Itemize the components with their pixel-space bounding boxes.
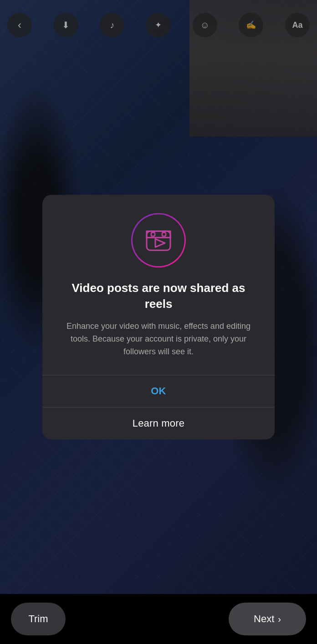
reels-icon-container (131, 213, 186, 267)
reels-info-modal: Video posts are now shared as reels Enha… (42, 195, 275, 439)
reels-icon (142, 224, 175, 257)
trim-button[interactable]: Trim (11, 603, 66, 635)
learn-more-button[interactable]: Learn more (42, 408, 275, 439)
svg-rect-1 (147, 231, 170, 237)
modal-description: Enhance your video with music, effects a… (59, 321, 258, 359)
svg-rect-2 (151, 232, 155, 236)
svg-marker-4 (155, 239, 165, 247)
svg-rect-3 (162, 232, 166, 236)
bottom-bar: Trim Next › (0, 594, 317, 644)
next-chevron-icon: › (278, 614, 281, 624)
modal-title: Video posts are now shared as reels (59, 280, 258, 312)
modal-body: Video posts are now shared as reels Enha… (42, 195, 275, 358)
reels-svg (142, 224, 175, 257)
next-label: Next (254, 613, 274, 625)
trim-label: Trim (28, 613, 48, 625)
ok-button[interactable]: OK (42, 375, 275, 407)
next-button[interactable]: Next › (229, 603, 306, 635)
